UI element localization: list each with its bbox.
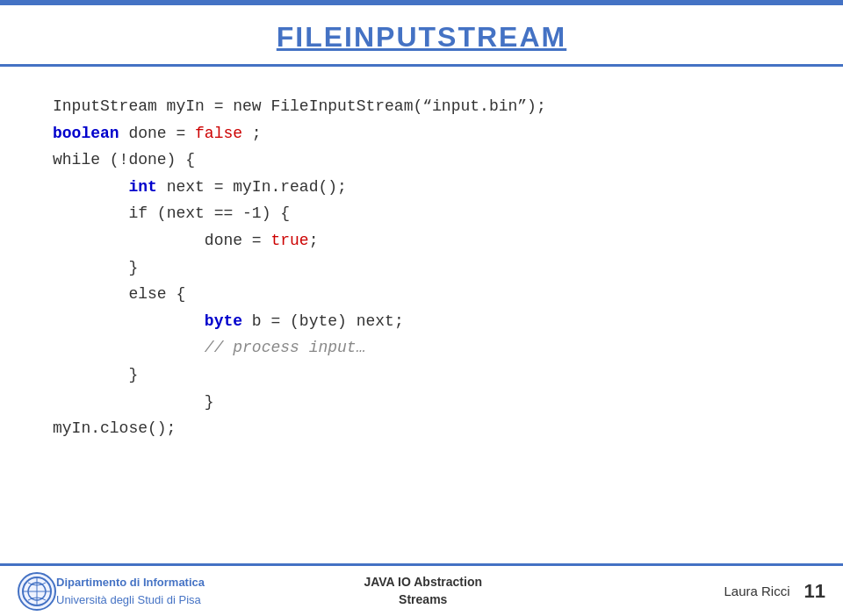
university-logo <box>18 572 56 611</box>
institution-line1: Dipartimento di Informatica <box>56 574 301 591</box>
code-line-5: if (next == -1) { <box>53 200 790 227</box>
code-block: InputStream myIn = new FileInputStream(“… <box>53 93 790 442</box>
footer-page-number: 11 <box>804 580 825 603</box>
author-name: Laura Ricci <box>724 584 789 598</box>
code-line-7: } <box>53 254 790 282</box>
footer-subject-line1: JAVA IO Abstraction <box>301 574 546 591</box>
keyword-boolean: boolean <box>53 125 119 142</box>
code-line-2: boolean done = false ; <box>53 120 790 147</box>
footer-author: Laura Ricci <box>545 584 804 598</box>
title-area: FILEINPUTSTREAM <box>0 5 843 64</box>
code-line-1: InputStream myIn = new FileInputStream(“… <box>53 93 790 120</box>
keyword-int: int <box>128 178 156 196</box>
slide-title: FILEINPUTSTREAM <box>277 21 566 53</box>
footer: Dipartimento di Informatica Università d… <box>0 563 843 616</box>
footer-center-text: JAVA IO Abstraction Streams <box>301 574 546 608</box>
code-line-12: } <box>53 389 790 416</box>
code-line-8: else { <box>53 281 790 308</box>
keyword-byte: byte <box>205 312 242 330</box>
code-line-10: // process input… <box>53 334 790 362</box>
logo-svg <box>21 576 53 607</box>
footer-subject-line2: Streams <box>301 591 546 609</box>
code-line-13: myIn.close(); <box>53 415 790 442</box>
code-line-6: done = true; <box>53 227 790 254</box>
code-line-9: byte b = (byte) next; <box>53 308 790 335</box>
code-line-3: while (!done) { <box>53 147 790 174</box>
footer-institution: Dipartimento di Informatica Università d… <box>56 574 301 608</box>
content-area: InputStream myIn = new FileInputStream(“… <box>0 67 843 460</box>
code-line-11: } <box>53 362 790 389</box>
institution-line2: Università degli Studi di Pisa <box>56 591 301 609</box>
code-line-4: int next = myIn.read(); <box>53 174 790 201</box>
